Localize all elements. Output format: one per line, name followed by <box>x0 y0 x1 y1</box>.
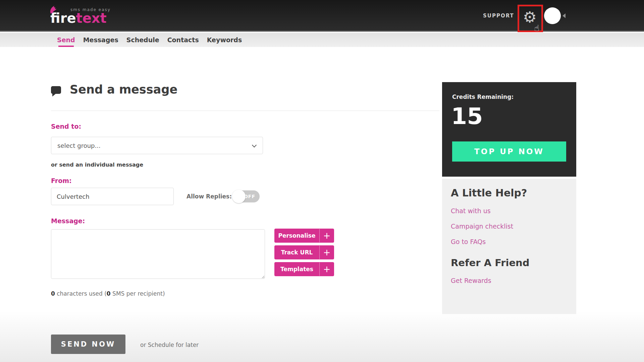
heading-divider <box>51 111 439 111</box>
campaign-checklist-link[interactable]: Campaign checklist <box>451 223 513 230</box>
logo-wordmark: firetext <box>50 11 107 25</box>
templates-label: Templates <box>274 266 319 273</box>
help-title: A Little Help? <box>451 187 527 199</box>
toggle-state-label: OFF <box>244 194 255 199</box>
send-now-button[interactable]: SEND NOW <box>51 335 125 354</box>
counter-text-end: SMS per recipient) <box>111 290 165 297</box>
help-panel: A Little Help? Chat with us Campaign che… <box>442 179 576 314</box>
credits-value: 15 <box>451 103 483 129</box>
from-input[interactable] <box>51 188 174 205</box>
message-textarea[interactable] <box>51 229 265 279</box>
personalise-label: Personalise <box>274 232 319 239</box>
credits-panel: Credits Remaining: 15 TOP UP NOW <box>442 82 576 177</box>
toggle-knob <box>232 190 246 203</box>
main-nav: Send Messages Schedule Contacts Keywords <box>0 33 644 47</box>
nav-item-send[interactable]: Send <box>57 33 75 47</box>
group-select-value: select group... <box>57 142 101 149</box>
page-title: Send a message <box>70 83 177 96</box>
nav-item-contacts[interactable]: Contacts <box>167 33 199 47</box>
from-label: From: <box>51 177 72 184</box>
sms-count: 0 <box>107 290 111 297</box>
hand-cursor-icon: ☝ <box>534 24 539 33</box>
message-bubble-icon <box>51 86 61 94</box>
schedule-later-link[interactable]: or Schedule for later <box>140 342 199 348</box>
avatar-caret-icon <box>562 13 566 18</box>
send-to-label: Send to: <box>51 123 81 130</box>
app-header: sms made easy firetext SUPPORT ⚙ ☝ <box>0 0 644 32</box>
char-count: 0 <box>51 290 55 297</box>
go-to-faqs-link[interactable]: Go to FAQs <box>451 238 486 245</box>
plus-icon: + <box>319 246 334 259</box>
templates-button[interactable]: Templates + <box>274 262 334 276</box>
nav-item-schedule[interactable]: Schedule <box>126 33 159 47</box>
group-select[interactable]: select group... <box>51 137 263 154</box>
top-up-now-button[interactable]: TOP UP NOW <box>452 141 566 162</box>
allow-replies-toggle[interactable]: OFF <box>233 190 260 202</box>
individual-message-note: or send an individual message <box>51 162 143 168</box>
avatar[interactable] <box>544 7 561 24</box>
personalise-button[interactable]: Personalise + <box>274 229 334 243</box>
plus-icon: + <box>319 262 334 276</box>
firetext-logo[interactable]: sms made easy firetext <box>49 3 116 28</box>
nav-item-keywords[interactable]: Keywords <box>207 33 242 47</box>
logo-word-fire: fire <box>50 10 76 26</box>
support-link[interactable]: SUPPORT <box>483 13 514 19</box>
chat-with-us-link[interactable]: Chat with us <box>451 207 491 215</box>
plus-icon: + <box>319 229 334 242</box>
nav-item-messages[interactable]: Messages <box>83 33 118 47</box>
character-counter: 0 characters used (0 SMS per recipient) <box>51 290 165 297</box>
settings-highlight-box: ⚙ ☝ <box>518 5 543 32</box>
message-label: Message: <box>51 217 85 225</box>
refer-a-friend-title: Refer A Friend <box>451 257 530 268</box>
track-url-label: Track URL <box>274 249 319 256</box>
credits-label: Credits Remaining: <box>452 94 514 100</box>
page: sms made easy firetext SUPPORT ⚙ ☝ Send … <box>0 0 644 362</box>
gear-icon[interactable]: ⚙ <box>523 9 537 25</box>
chevron-down-icon <box>252 143 257 147</box>
allow-replies-label: Allow Replies: <box>186 193 232 200</box>
logo-word-text: text <box>76 10 107 26</box>
get-rewards-link[interactable]: Get Rewards <box>451 277 491 284</box>
track-url-button[interactable]: Track URL + <box>274 245 334 259</box>
counter-text: characters used ( <box>55 290 107 297</box>
